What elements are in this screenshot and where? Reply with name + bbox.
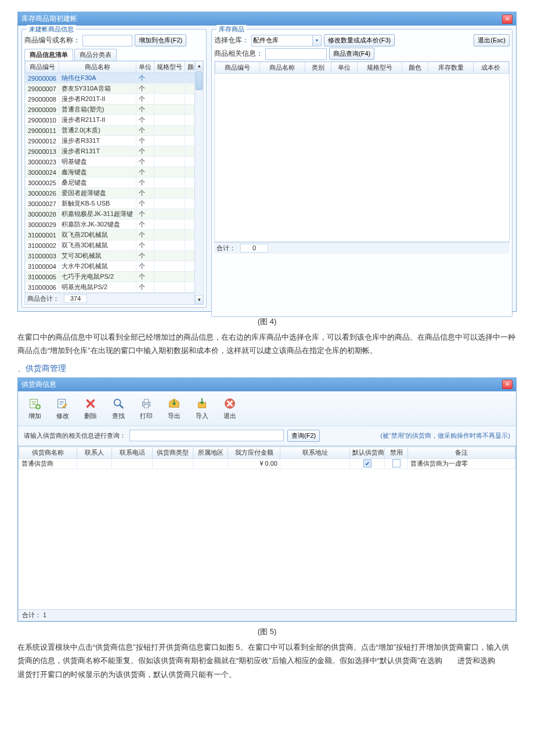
product-filter-input[interactable] — [265, 48, 327, 60]
toolbar-find-button[interactable]: 查找 — [106, 395, 131, 422]
column-header[interactable]: 商品名称 — [260, 62, 305, 74]
dropdown-icon[interactable]: ▾ — [313, 35, 322, 46]
toolbar-delete-button[interactable]: 删除 — [78, 395, 103, 422]
tab-product-list[interactable]: 商品信息清单 — [24, 49, 73, 60]
column-header[interactable]: 库存数量 — [428, 62, 473, 74]
table-row[interactable]: 31000001双飞燕2D机械鼠个 — [26, 230, 203, 240]
column-header[interactable]: 我方应付金额 — [228, 447, 280, 458]
scroll-up-icon[interactable]: ▴ — [195, 61, 203, 70]
table-row[interactable]: 30000028积嘉锐极星JK-311超薄键个 — [26, 209, 203, 219]
table-row[interactable]: 30000026爱国者超薄键盘个 — [26, 188, 203, 199]
table-cell: 漫步者R201T-II — [59, 94, 136, 105]
column-header[interactable]: 供货商名称 — [19, 447, 77, 458]
toolbar-exit-button[interactable]: 退出 — [218, 395, 242, 422]
scrollbar-vertical[interactable]: ▴ ▾ — [194, 61, 203, 304]
supplier-query-bar: 请输入供货商的相关信息进行查询： 查询(F2) (被“禁用”的供货商，做采购操作… — [18, 426, 516, 446]
column-header[interactable]: 联系电话 — [112, 447, 153, 458]
table-row[interactable]: 29000013漫步者R131T个 — [26, 146, 203, 157]
group-legend-left: 未建帐商品信息 — [27, 25, 76, 34]
cell-contact — [77, 458, 112, 469]
product-query-button[interactable]: 商品查询(F4) — [329, 48, 374, 60]
table-row[interactable]: 29000009普通音箱(塑壳)个 — [26, 105, 203, 115]
modify-qty-button[interactable]: 修改数量或成本价(F3) — [324, 34, 395, 46]
close-icon[interactable]: ✕ — [502, 15, 513, 24]
table-row[interactable]: 29000011普通2.0(木质)个 — [26, 125, 203, 136]
table-row[interactable]: 31000003艾可3D机械鼠个 — [26, 251, 203, 261]
table-row[interactable]: 29000008漫步者R201T-II个 — [26, 94, 203, 105]
supplier-table: 供货商名称联系人联系电话供货商类型所属地区我方应付金额联系地址默认供货商禁用备注… — [19, 447, 515, 469]
supplier-query-input[interactable] — [129, 430, 284, 441]
cell-disabled[interactable] — [385, 458, 408, 469]
column-header[interactable]: 禁用 — [385, 447, 408, 458]
column-header[interactable]: 默认供货商 — [350, 447, 385, 458]
column-header[interactable]: 规格型号 — [357, 62, 402, 74]
column-header[interactable]: 规格型号 — [154, 62, 185, 73]
column-header[interactable]: 商品名称 — [59, 62, 136, 73]
product-search-input[interactable] — [82, 35, 132, 46]
table-cell: 个 — [136, 105, 154, 115]
toolbar-edit-button[interactable]: 修改 — [50, 395, 75, 422]
table-row[interactable]: 30000027新触觉KB-5 USB个 — [26, 199, 203, 209]
column-header[interactable]: 单位 — [136, 62, 154, 73]
group-legend-right: 库存商品 — [217, 25, 247, 34]
warehouse-select-input[interactable] — [251, 35, 313, 46]
column-header[interactable]: 联系地址 — [280, 447, 350, 458]
scroll-thumb[interactable] — [196, 71, 203, 90]
table-row[interactable]: 普通供货商 ¥ 0.00 ✔ 普通供货商为一虚零 — [19, 458, 515, 469]
print-icon — [138, 397, 154, 411]
column-header[interactable]: 成本价 — [473, 62, 508, 74]
cell-default[interactable]: ✔ — [350, 458, 385, 469]
table-cell: 个 — [136, 230, 154, 240]
column-header[interactable]: 所属地区 — [193, 447, 228, 458]
column-header[interactable]: 商品编号 — [26, 62, 59, 73]
column-header[interactable]: 供货商类型 — [153, 447, 193, 458]
table-cell: 个 — [136, 136, 154, 146]
column-header[interactable]: 类别 — [305, 62, 331, 74]
svg-rect-6 — [144, 405, 148, 408]
table-row[interactable]: 31000006明基光电鼠PS/2个 — [26, 282, 203, 293]
supplier-footer: 合计： 1 — [19, 609, 515, 621]
toolbar-print-button[interactable]: 打印 — [134, 395, 158, 422]
table-row[interactable]: 30000023明基键盘个 — [26, 157, 203, 167]
toolbar-add-button[interactable]: 增加 — [23, 395, 47, 422]
table-cell: 31000006 — [26, 282, 59, 293]
column-header[interactable]: 联系人 — [77, 447, 112, 458]
table-row[interactable]: 30000029积嘉防水JK-302键盘个 — [26, 219, 203, 230]
tab-product-category[interactable]: 商品分类表 — [74, 49, 117, 60]
table-cell: 29000012 — [26, 136, 59, 146]
table-cell: 艾可3D机械鼠 — [59, 251, 136, 261]
warehouse-label: 选择仓库： — [214, 35, 249, 45]
table-row[interactable]: 29000012漫步者R331T个 — [26, 136, 203, 146]
supplier-query-button[interactable]: 查询(F2) — [287, 430, 320, 442]
add-to-warehouse-button[interactable]: 增加到仓库(F2) — [135, 34, 186, 46]
table-row[interactable]: 30000024鑫海键盘个 — [26, 167, 203, 178]
column-header[interactable]: 颜色 — [402, 62, 428, 74]
column-header[interactable]: 单位 — [331, 62, 357, 74]
table-cell — [154, 251, 185, 261]
table-cell: 双飞燕3D机械鼠 — [59, 240, 136, 251]
table-cell: 个 — [136, 199, 154, 209]
unposted-products-group: 未建帐商品信息 商品编号或名称： 增加到仓库(F2) 商品信息清单 商品分类表 — [21, 29, 207, 308]
toolbar-import-button[interactable]: 导入 — [190, 395, 214, 422]
tab-strip: 商品信息清单 商品分类表 — [24, 49, 204, 60]
table-row[interactable]: 30000025桑尼键盘个 — [26, 178, 203, 188]
column-header[interactable]: 商品编号 — [215, 62, 260, 74]
close-icon[interactable]: ✕ — [502, 380, 513, 389]
table-row[interactable]: 31000002双飞燕3D机械鼠个 — [26, 240, 203, 251]
table-cell: 普通音箱(塑壳) — [59, 105, 136, 115]
table-cell: 31000004 — [26, 261, 59, 272]
column-header[interactable]: 备注 — [408, 447, 515, 458]
cell-name: 普通供货商 — [19, 458, 77, 469]
toolbar-export-button[interactable]: 导出 — [162, 395, 186, 422]
table-row[interactable]: 29000007赛友SY310A音箱个 — [26, 84, 203, 94]
table-cell: 明基键盘 — [59, 157, 136, 167]
supplier-table-wrap: 供货商名称联系人联系电话供货商类型所属地区我方应付金额联系地址默认供货商禁用备注… — [18, 446, 516, 621]
table-row[interactable]: 29000006纳伟仕F30A个 — [26, 73, 203, 84]
scroll-down-icon[interactable]: ▾ — [195, 295, 203, 304]
table-cell: 新触觉KB-5 USB — [59, 199, 136, 209]
table-row[interactable]: 31000004大水牛2D机械鼠个 — [26, 261, 203, 272]
table-row[interactable]: 29000010漫步者R211T-II个 — [26, 115, 203, 125]
exit-button[interactable]: 退出(Esc) — [474, 34, 510, 46]
cell-amount: ¥ 0.00 — [228, 458, 280, 469]
table-row[interactable]: 31000005七巧手光电鼠PS/2个 — [26, 272, 203, 282]
